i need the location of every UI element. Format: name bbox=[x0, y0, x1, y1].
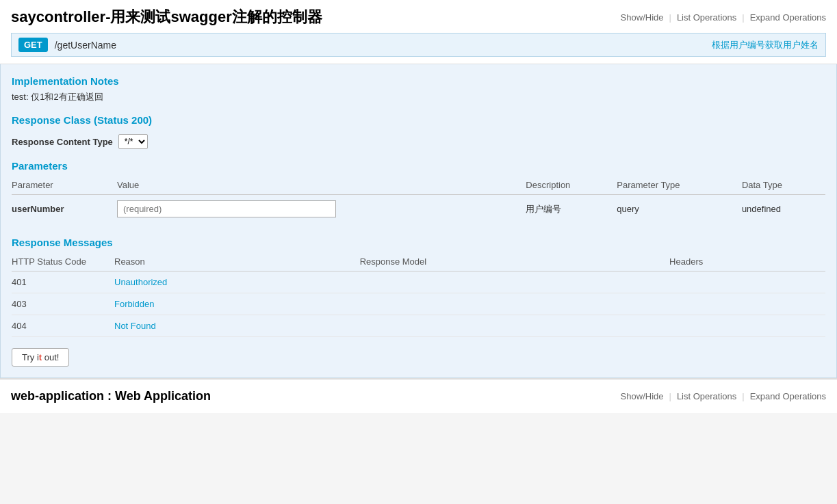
bottom-list-operations-link[interactable]: List Operations bbox=[677, 391, 736, 401]
col-reason: Reason bbox=[114, 254, 360, 271]
col-parameter: Parameter bbox=[12, 177, 117, 195]
headers-404 bbox=[669, 315, 825, 337]
table-row: 404 Not Found bbox=[12, 315, 825, 337]
api-section: saycontroller-用来测试swagger注解的控制器 Show/Hid… bbox=[0, 0, 837, 378]
bottom-sep1: | bbox=[669, 391, 671, 401]
implementation-notes-text: test: 仅1和2有正确返回 bbox=[12, 91, 825, 103]
endpoint-left: GET /getUserName bbox=[18, 38, 116, 52]
implementation-notes-title: Implementation Notes bbox=[12, 75, 825, 87]
headers-401 bbox=[669, 271, 825, 293]
response-class-title: Response Class (Status 200) bbox=[12, 114, 825, 126]
col-headers: Headers bbox=[669, 254, 825, 271]
content-type-select[interactable]: */* bbox=[118, 134, 148, 149]
status-code-401: 401 bbox=[12, 271, 114, 293]
sep1: | bbox=[669, 12, 671, 23]
bottom-sep2: | bbox=[742, 391, 744, 401]
model-401 bbox=[360, 271, 669, 293]
bottom-title: web-application : Web Application bbox=[11, 389, 211, 403]
param-value[interactable] bbox=[117, 195, 526, 224]
main-wrapper: saycontroller-用来测试swagger注解的控制器 Show/Hid… bbox=[0, 0, 837, 413]
bottom-expand-operations-link[interactable]: Expand Operations bbox=[750, 391, 826, 401]
endpoint-description[interactable]: 根据用户编号获取用户姓名 bbox=[712, 39, 819, 51]
col-data-type: Data Type bbox=[742, 177, 825, 195]
method-badge: GET bbox=[18, 38, 48, 52]
try-it-out-button[interactable]: Try it out! bbox=[12, 348, 69, 367]
col-value: Value bbox=[117, 177, 526, 195]
endpoint-bar[interactable]: GET /getUserName 根据用户编号获取用户姓名 bbox=[11, 33, 826, 57]
reason-401: Unauthorized bbox=[114, 271, 360, 293]
parameters-table: Parameter Value Description Parameter Ty… bbox=[12, 177, 825, 223]
sep2: | bbox=[742, 12, 744, 23]
top-links: Show/Hide | List Operations | Expand Ope… bbox=[621, 12, 826, 23]
operation-content: Implementation Notes test: 仅1和2有正确返回 Res… bbox=[0, 64, 837, 378]
parameters-title: Parameters bbox=[12, 160, 825, 172]
model-403 bbox=[360, 293, 669, 315]
status-code-404: 404 bbox=[12, 315, 114, 337]
table-row: 401 Unauthorized bbox=[12, 271, 825, 293]
content-type-row: Response Content Type */* bbox=[12, 134, 825, 149]
col-response-model: Response Model bbox=[360, 254, 669, 271]
param-type: query bbox=[617, 195, 742, 224]
reason-403: Forbidden bbox=[114, 293, 360, 315]
content-type-label: Response Content Type bbox=[12, 137, 113, 147]
top-header: saycontroller-用来测试swagger注解的控制器 Show/Hid… bbox=[11, 7, 826, 27]
api-title: saycontroller-用来测试swagger注解的控制器 bbox=[11, 7, 322, 27]
headers-403 bbox=[669, 293, 825, 315]
param-data-type: undefined bbox=[742, 195, 825, 224]
model-404 bbox=[360, 315, 669, 337]
show-hide-link[interactable]: Show/Hide bbox=[621, 12, 664, 23]
bottom-section: web-application : Web Application Show/H… bbox=[0, 378, 837, 413]
table-row: userNumber 用户编号 query undefined bbox=[12, 195, 825, 224]
response-table: HTTP Status Code Reason Response Model H… bbox=[12, 254, 825, 337]
response-header-row: HTTP Status Code Reason Response Model H… bbox=[12, 254, 825, 271]
param-description: 用户编号 bbox=[526, 195, 617, 224]
col-parameter-type: Parameter Type bbox=[617, 177, 742, 195]
bottom-links: Show/Hide | List Operations | Expand Ope… bbox=[621, 391, 826, 401]
endpoint-path: /getUserName bbox=[55, 40, 116, 51]
table-row: 403 Forbidden bbox=[12, 293, 825, 315]
try-highlight: t bbox=[39, 352, 42, 362]
bottom-show-hide-link[interactable]: Show/Hide bbox=[621, 391, 664, 401]
list-operations-link[interactable]: List Operations bbox=[677, 12, 736, 23]
expand-operations-link[interactable]: Expand Operations bbox=[750, 12, 826, 23]
param-value-input[interactable] bbox=[117, 200, 336, 217]
col-status-code: HTTP Status Code bbox=[12, 254, 114, 271]
response-messages-title: Response Messages bbox=[12, 237, 825, 248]
reason-404: Not Found bbox=[114, 315, 360, 337]
params-header-row: Parameter Value Description Parameter Ty… bbox=[12, 177, 825, 195]
col-description: Description bbox=[526, 177, 617, 195]
top-section: saycontroller-用来测试swagger注解的控制器 Show/Hid… bbox=[0, 0, 837, 64]
param-name: userNumber bbox=[12, 195, 117, 224]
status-code-403: 403 bbox=[12, 293, 114, 315]
